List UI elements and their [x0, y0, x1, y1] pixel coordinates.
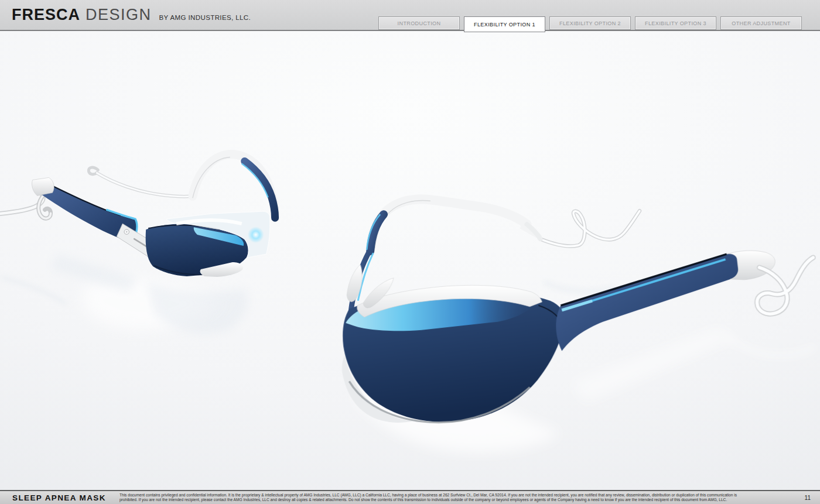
- disclaimer-line-1: This document contains privileged and co…: [119, 493, 740, 498]
- page: FRESCA DESIGN BY AMG INDUSTRIES, LLC. IN…: [0, 0, 820, 504]
- brand-primary: FRESCA: [12, 6, 80, 24]
- header-bar: FRESCA DESIGN BY AMG INDUSTRIES, LLC. IN…: [0, 0, 820, 31]
- brand-secondary: DESIGN: [86, 6, 152, 24]
- footer-bar: SLEEP APNEA MASK This document contains …: [0, 490, 820, 504]
- mask-left: [0, 154, 275, 333]
- headband-right: [367, 199, 543, 251]
- page-number: 11: [805, 495, 811, 501]
- tab-flexibility-option-2[interactable]: FLEXIBILITY OPTION 2: [549, 16, 631, 30]
- tab-flexibility-option-1[interactable]: FLEXIBILITY OPTION 1: [464, 16, 545, 32]
- tab-introduction[interactable]: INTRODUCTION: [378, 16, 460, 30]
- tab-bar: INTRODUCTION FLEXIBILITY OPTION 1 FLEXIB…: [378, 16, 802, 32]
- product-render: [0, 31, 820, 490]
- air-tube-left: [0, 196, 51, 218]
- mask-right: [342, 199, 816, 452]
- render-stage: [0, 31, 820, 490]
- brand-logo: FRESCA DESIGN BY AMG INDUSTRIES, LLC.: [12, 6, 251, 24]
- tab-flexibility-option-3[interactable]: FLEXIBILITY OPTION 3: [635, 16, 716, 30]
- air-tube-left-upper: [88, 167, 193, 197]
- disclaimer-line-2: prohibited. If you are not the intended …: [119, 498, 740, 502]
- arm-tip-left: [32, 177, 54, 196]
- confidentiality-disclaimer: This document contains privileged and co…: [119, 493, 740, 502]
- air-tube-right-upper: [541, 211, 640, 246]
- product-title: SLEEP APNEA MASK: [12, 493, 106, 502]
- tab-other-adjustment[interactable]: OTHER ADJUSTMENT: [720, 16, 802, 30]
- headband-left: [193, 154, 275, 218]
- temple-arm-right: [556, 251, 775, 351]
- brand-byline: BY AMG INDUSTRIES, LLC.: [159, 14, 251, 21]
- visor-flare-left: [248, 227, 264, 243]
